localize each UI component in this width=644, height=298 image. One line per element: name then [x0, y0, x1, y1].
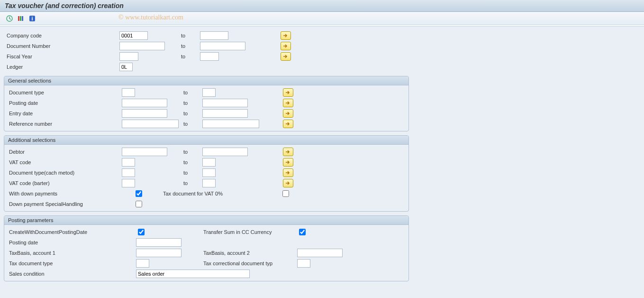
svg-text:i: i — [31, 16, 33, 21]
page-title: Tax voucher (and correction) creation — [0, 0, 644, 12]
toolbar: i © www.tutorialkart.com — [0, 12, 644, 25]
svg-rect-2 — [20, 16, 21, 21]
svg-rect-1 — [18, 16, 19, 21]
variants-icon[interactable] — [16, 14, 26, 23]
execute-icon[interactable] — [5, 14, 14, 23]
svg-rect-3 — [22, 16, 23, 21]
info-icon[interactable]: i — [27, 14, 37, 23]
watermark: © www.tutorialkart.com — [118, 14, 183, 21]
